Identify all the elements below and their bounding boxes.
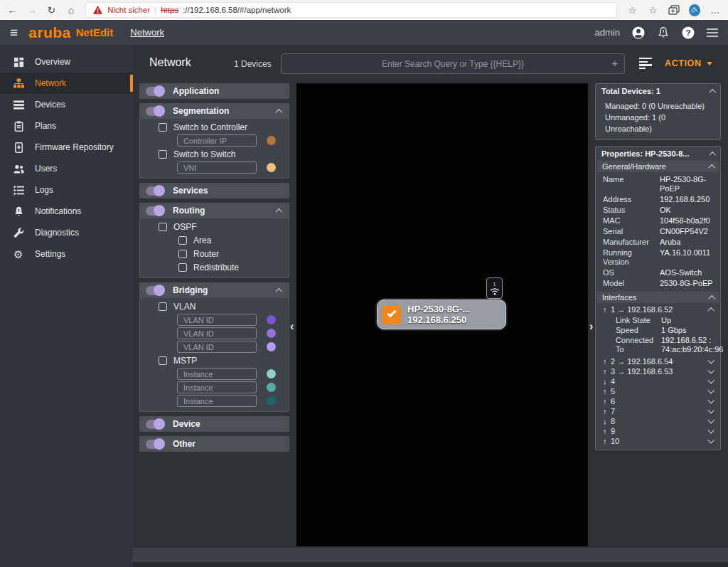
interface-row[interactable]: ↑ 3 → 192.168.6.53 xyxy=(603,366,716,376)
mstp-checkbox[interactable] xyxy=(159,356,167,365)
user-account-icon[interactable] xyxy=(632,26,645,39)
general-hardware-header[interactable]: General/Hardware xyxy=(597,161,719,172)
address-bar[interactable]: Nicht sicher | https ://192.168.6.58/#/a… xyxy=(85,2,617,18)
topology-canvas[interactable]: 1 HP-2530-8G-... 192.168.6.250 xyxy=(296,83,588,546)
interface-row[interactable]: ↑ 10 xyxy=(603,436,716,446)
device-toggle[interactable] xyxy=(146,420,164,429)
forward-icon[interactable]: → xyxy=(27,5,38,15)
routing-child-checkbox[interactable] xyxy=(178,263,187,272)
chevron-down-icon[interactable] xyxy=(707,407,714,413)
filter-section-segmentation[interactable]: Segmentation xyxy=(139,103,289,119)
refresh-icon[interactable]: ↻ xyxy=(46,5,57,15)
filter-section-device[interactable]: Device xyxy=(139,416,289,432)
sidebar-item-plans[interactable]: Plans xyxy=(0,115,133,137)
routing-child-checkbox[interactable] xyxy=(178,250,187,258)
vni-input[interactable] xyxy=(177,161,257,174)
home-icon[interactable]: ⌂ xyxy=(66,5,77,15)
sidebar-item-devices[interactable]: Devices xyxy=(0,94,133,115)
add-favorite-icon[interactable]: ☆ xyxy=(626,4,638,16)
interface-row[interactable]: ↑ 2 → 192.168.6.54 xyxy=(603,356,716,366)
bridging-toggle[interactable] xyxy=(146,286,164,295)
add-filter-icon[interactable]: + xyxy=(611,57,618,69)
chevron-down-icon[interactable] xyxy=(707,397,714,403)
url-text: ://192.168.6.58/#/app/network xyxy=(183,6,291,14)
sidebar-item-notifications[interactable]: Notifications xyxy=(0,201,133,222)
interface-row[interactable]: ↑ 9 xyxy=(603,426,716,436)
interface-row-expanded[interactable]: ↑ 1 → 192.168.6.52 xyxy=(603,304,716,314)
help-icon[interactable]: ? xyxy=(682,26,695,39)
chevron-down-icon[interactable] xyxy=(707,437,714,443)
chevron-up-icon[interactable] xyxy=(709,89,715,95)
services-toggle[interactable] xyxy=(146,186,164,196)
interfaces-header[interactable]: Interfaces xyxy=(597,292,719,303)
hamburger-menu-icon[interactable]: ≡ xyxy=(10,26,18,39)
chevron-down-icon[interactable] xyxy=(707,377,714,383)
chevron-up-icon[interactable] xyxy=(275,288,282,295)
interface-row[interactable]: ↑ 6 xyxy=(603,396,716,406)
switch-to-controller-checkbox[interactable] xyxy=(159,123,167,132)
vlan-id-input[interactable] xyxy=(177,314,257,326)
application-toggle[interactable] xyxy=(146,87,164,96)
interface-row[interactable]: ↓ 4 xyxy=(603,376,716,386)
browser-menu-icon[interactable]: … xyxy=(710,4,721,16)
properties-header[interactable]: Properties: HP-2530-8... xyxy=(596,147,720,161)
other-toggle[interactable] xyxy=(146,440,164,449)
chevron-down-icon[interactable] xyxy=(707,357,714,364)
collapse-right-panel-icon[interactable]: › xyxy=(589,320,593,333)
filter-section-other[interactable]: Other xyxy=(139,436,289,452)
chevron-up-icon[interactable] xyxy=(708,295,714,302)
controller-ip-input[interactable] xyxy=(177,134,257,147)
chevron-down-icon[interactable] xyxy=(707,427,714,433)
chevron-down-icon[interactable] xyxy=(707,417,714,423)
users-icon xyxy=(14,164,24,174)
sidebar-item-users[interactable]: Users xyxy=(0,158,133,179)
sidebar-item-network[interactable]: Network xyxy=(0,73,133,94)
instance-input[interactable] xyxy=(177,368,257,380)
interface-row[interactable]: ↑ 7 xyxy=(603,406,716,416)
chevron-up-icon[interactable] xyxy=(707,307,714,314)
filter-section-application[interactable]: Application xyxy=(139,83,289,99)
app-overflow-menu-icon[interactable] xyxy=(707,28,718,37)
back-icon[interactable]: ← xyxy=(7,5,18,15)
device-selected-checkbox[interactable] xyxy=(382,305,401,324)
sidebar-item-logs[interactable]: Logs xyxy=(0,179,133,201)
filter-section-services[interactable]: Services xyxy=(139,183,289,198)
filter-section-bridging[interactable]: Bridging xyxy=(139,282,289,298)
favorites-bar-icon[interactable]: ☆ xyxy=(647,4,658,16)
collections-icon[interactable] xyxy=(668,4,680,16)
vlan-id-input[interactable] xyxy=(177,327,257,339)
vlan-id-input[interactable] xyxy=(177,341,257,353)
device-node[interactable]: HP-2530-8G-... 192.168.6.250 xyxy=(377,300,506,329)
notifications-bell-icon[interactable] xyxy=(657,26,670,39)
chevron-up-icon[interactable] xyxy=(709,152,715,158)
chevron-down-icon[interactable] xyxy=(707,367,714,373)
wifi-client-badge[interactable]: 1 xyxy=(486,277,503,299)
segmentation-toggle[interactable] xyxy=(146,107,164,116)
total-devices-header[interactable]: Total Devices: 1 xyxy=(596,84,720,98)
sidebar-item-firmware-repository[interactable]: Firmware Repository xyxy=(0,137,133,158)
browser-profile-avatar[interactable] xyxy=(689,4,700,16)
filter-section-routing[interactable]: Routing xyxy=(139,203,289,218)
action-button[interactable]: ACTION xyxy=(665,58,712,68)
sidebar-item-settings[interactable]: ⚙ Settings xyxy=(0,243,133,265)
interface-row[interactable]: ↓ 8 xyxy=(603,416,716,426)
sidebar-item-overview[interactable]: Overview xyxy=(0,51,133,73)
routing-toggle[interactable] xyxy=(146,206,164,216)
vlan-checkbox[interactable] xyxy=(159,302,167,311)
switch-to-switch-checkbox[interactable] xyxy=(159,150,167,159)
collapse-filter-panel-icon[interactable]: ‹ xyxy=(290,320,294,333)
routing-child-checkbox[interactable] xyxy=(178,236,187,245)
instance-input[interactable] xyxy=(177,395,257,407)
ospf-checkbox[interactable] xyxy=(159,223,167,231)
controller-ip-color-dot xyxy=(267,136,276,145)
sidebar-item-diagnostics[interactable]: Diagnostics xyxy=(0,222,133,243)
header-network-link[interactable]: Network xyxy=(130,27,164,38)
chevron-down-icon[interactable] xyxy=(707,387,714,393)
instance-input[interactable] xyxy=(177,381,257,393)
layout-list-icon[interactable] xyxy=(639,58,652,69)
search-input[interactable] xyxy=(282,54,624,73)
chevron-up-icon[interactable] xyxy=(708,164,714,171)
interface-row[interactable]: ↑ 5 xyxy=(603,386,716,396)
chevron-up-icon[interactable] xyxy=(275,109,282,115)
chevron-up-icon[interactable] xyxy=(275,208,282,215)
